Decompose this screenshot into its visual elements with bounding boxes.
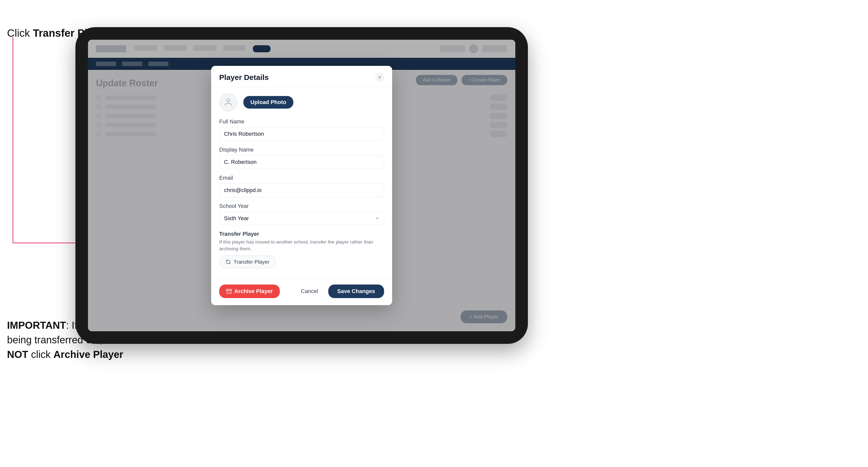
display-name-label: Display Name [219, 147, 384, 153]
display-name-group: Display Name [219, 147, 384, 169]
modal-backdrop: Player Details × [88, 40, 515, 331]
modal-footer: Archive Player Cancel Save Changes [211, 279, 392, 305]
full-name-label: Full Name [219, 118, 384, 125]
player-details-modal: Player Details × [211, 66, 392, 305]
archive-icon [226, 288, 232, 294]
email-input[interactable] [219, 183, 384, 197]
svg-rect-1 [226, 289, 231, 290]
footer-right-actions: Cancel Save Changes [296, 284, 384, 298]
modal-header: Player Details × [211, 66, 392, 87]
user-icon [224, 98, 233, 107]
full-name-group: Full Name [219, 118, 384, 141]
close-icon: × [378, 74, 381, 80]
transfer-icon [225, 259, 231, 264]
archive-player-label: Archive Player [234, 288, 273, 294]
full-name-input[interactable] [219, 127, 384, 141]
click-prefix: Click [7, 27, 33, 39]
upload-photo-button[interactable]: Upload Photo [243, 96, 293, 108]
school-year-label: School Year [219, 203, 384, 209]
modal-close-button[interactable]: × [375, 73, 384, 82]
do-not-suffix: click [28, 349, 53, 360]
archive-player-button[interactable]: Archive Player [219, 284, 280, 298]
transfer-description: If this player has moved to another scho… [219, 239, 384, 252]
cancel-button[interactable]: Cancel [296, 284, 323, 298]
email-group: Email [219, 175, 384, 197]
display-name-input[interactable] [219, 155, 384, 169]
important-label: IMPORTANT [7, 320, 66, 331]
archive-player-bold: Archive Player [53, 349, 123, 360]
modal-title: Player Details [219, 73, 269, 82]
ipad-screen: Update Roster [88, 40, 515, 331]
transfer-section: Transfer Player If this player has moved… [219, 231, 384, 268]
photo-section: Upload Photo [219, 93, 384, 111]
modal-body: Upload Photo Full Name Display Name [211, 87, 392, 279]
school-year-group: School Year Sixth Year First Year Second… [219, 203, 384, 225]
transfer-player-button[interactable]: Transfer Player [219, 256, 276, 268]
school-year-select[interactable]: Sixth Year First Year Second Year Third … [219, 211, 384, 225]
arrow-vertical-line [12, 37, 13, 243]
avatar-placeholder [219, 93, 237, 111]
transfer-player-label: Transfer Player [234, 259, 270, 265]
ipad-device: Update Roster [75, 27, 528, 344]
email-label: Email [219, 175, 384, 181]
svg-point-0 [227, 99, 230, 102]
transfer-section-title: Transfer Player [219, 231, 384, 237]
save-changes-button[interactable]: Save Changes [328, 284, 384, 298]
